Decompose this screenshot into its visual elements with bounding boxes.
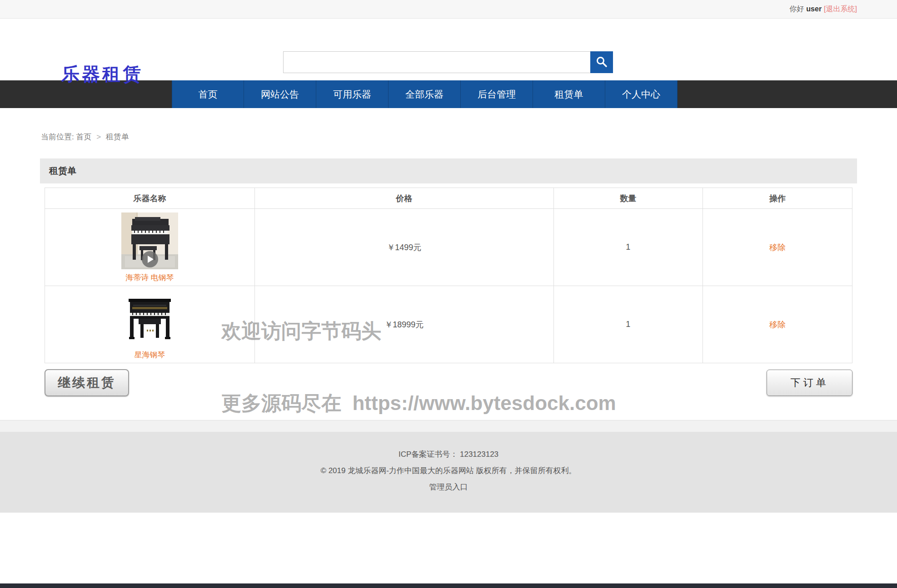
topbar: 你好 user [退出系统]	[0, 0, 897, 19]
bottom-dark-bar	[0, 583, 897, 588]
search-group	[283, 51, 613, 73]
col-header-operation: 操作	[703, 188, 852, 209]
col-header-price: 价格	[255, 188, 553, 209]
breadcrumb-label: 当前位置:	[41, 133, 74, 141]
nav-item-available-instruments[interactable]: 可用乐器	[316, 80, 389, 108]
nav-menu: 首页 网站公告 可用乐器 全部乐器 后台管理 租赁单 个人中心	[40, 80, 857, 108]
table-row: 海蒂诗 电钢琴 ￥1499元 1 移除	[45, 209, 852, 286]
site-logo[interactable]: 乐器租赁	[61, 62, 143, 87]
quantity-cell: 1	[553, 286, 703, 363]
greeting-text: 你好	[789, 5, 804, 14]
admin-entry-link[interactable]: 管理员入口	[429, 483, 468, 491]
actions-row: 继续租赁 下订单	[45, 369, 852, 396]
rental-order-table: 乐器名称 价格 数量 操作	[45, 188, 852, 363]
breadcrumb-current: 租赁单	[106, 133, 129, 141]
table-header-row: 乐器名称 价格 数量 操作	[45, 188, 852, 209]
product-cell: 海蒂诗 电钢琴	[121, 209, 178, 286]
quantity-cell: 1	[553, 209, 703, 286]
nav-item-all-instruments[interactable]: 全部乐器	[389, 80, 461, 108]
breadcrumb-separator: >	[96, 133, 101, 141]
nav-item-announcements[interactable]: 网站公告	[244, 80, 316, 108]
site-footer: ICP备案证书号： 123123123 © 2019 龙城乐器网-力作中国最大的…	[0, 432, 897, 513]
product-image-upright-piano[interactable]	[121, 290, 178, 346]
panel-title: 租赁单	[40, 158, 857, 183]
icp-number: ICP备案证书号： 123123123	[0, 446, 897, 463]
username-text: user	[806, 5, 822, 13]
main-content: 当前位置: 首页 > 租赁单 租赁单 乐器名称 价格 数量 操作	[40, 108, 857, 420]
price-cell: ￥18999元	[255, 286, 553, 363]
product-cell: 星海钢琴	[121, 286, 178, 363]
logout-link[interactable]: [退出系统]	[824, 5, 857, 14]
remove-link[interactable]: 移除	[769, 243, 786, 252]
table-row: 星海钢琴 ￥18999元 1 移除	[45, 286, 852, 363]
product-name-link[interactable]: 星海钢琴	[121, 350, 178, 360]
nav-item-admin[interactable]: 后台管理	[461, 80, 533, 108]
search-icon	[595, 55, 608, 69]
remove-link[interactable]: 移除	[769, 320, 786, 329]
col-header-instrument-name: 乐器名称	[45, 188, 255, 209]
nav-item-home[interactable]: 首页	[172, 80, 244, 108]
search-button[interactable]	[590, 51, 613, 73]
col-header-quantity: 数量	[553, 188, 703, 209]
search-input[interactable]	[283, 51, 590, 73]
place-order-button[interactable]: 下订单	[767, 370, 852, 396]
product-image-digital-piano[interactable]	[121, 212, 178, 269]
nav-item-rental-order[interactable]: 租赁单	[533, 80, 605, 108]
breadcrumb: 当前位置: 首页 > 租赁单	[40, 108, 857, 158]
continue-renting-button[interactable]: 继续租赁	[45, 369, 129, 396]
play-icon[interactable]	[142, 251, 158, 267]
breadcrumb-home-link[interactable]: 首页	[76, 133, 91, 141]
rental-order-panel: 租赁单 乐器名称 价格 数量 操作	[40, 158, 857, 396]
prefooter-band	[0, 420, 897, 432]
product-name-link[interactable]: 海蒂诗 电钢琴	[121, 272, 178, 283]
nav-item-profile[interactable]: 个人中心	[605, 80, 678, 108]
site-header: 乐器租赁	[0, 19, 897, 80]
copyright-text: © 2019 龙城乐器网-力作中国最大的乐器网站 版权所有，并保留所有权利。	[0, 463, 897, 479]
price-cell: ￥1499元	[255, 209, 553, 286]
